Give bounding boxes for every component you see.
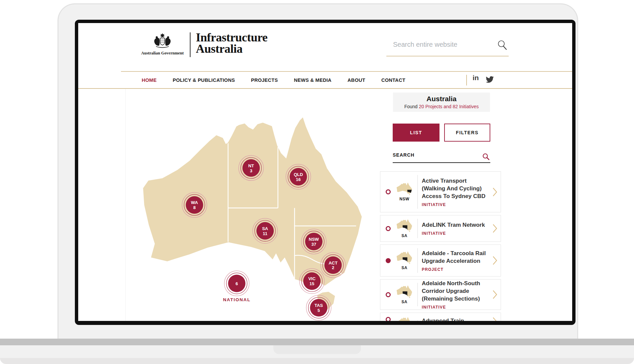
result-type-badge: INITIATIVE [422, 305, 491, 310]
search-icon[interactable] [497, 40, 507, 50]
nav-item-policy-publications[interactable]: POLICY & PUBLICATIONS [173, 77, 235, 83]
laptop-bezel: Australian Government Infrastructure Aus… [75, 20, 576, 325]
result-title: AdeLINK Tram Network [422, 221, 491, 229]
coat-of-arms-icon [151, 32, 174, 49]
card-divider [417, 175, 418, 209]
chevron-right-icon[interactable] [493, 290, 497, 299]
nav-item-news-media[interactable]: NEWS & MEDIA [294, 77, 331, 83]
result-type-badge: INITIATIVE [422, 202, 491, 207]
card-divider [417, 320, 418, 321]
map-panel: NT 3 QLD 16 [125, 89, 380, 321]
svg-text:37: 37 [311, 242, 316, 247]
laptop-mockup: Australian Government Infrastructure Aus… [0, 0, 634, 364]
chevron-right-icon[interactable] [493, 224, 497, 233]
site-search-input[interactable] [392, 40, 493, 49]
laptop-base [0, 345, 634, 358]
australia-map: NT 3 QLD 16 [140, 114, 366, 312]
mini-australia-map-icon [396, 317, 412, 321]
result-list: NSW Active Transport (Walking And Cyclin… [380, 171, 501, 321]
svg-text:QLD: QLD [294, 172, 303, 177]
sidebar-search-input[interactable] [416, 152, 476, 158]
result-card[interactable]: SA Adelaide North-South Corridor Upgrade… [380, 279, 501, 310]
laptop-screen-body: Australian Government Infrastructure Aus… [57, 3, 578, 339]
result-type-badge: INITIATIVE [422, 231, 491, 236]
status-dot [386, 258, 391, 263]
state-label: SA [401, 233, 407, 238]
social-divider [466, 75, 467, 85]
sidebar-search-label: SEARCH [393, 152, 414, 158]
svg-text:VIC: VIC [308, 276, 315, 281]
svg-text:16: 16 [296, 177, 300, 182]
result-card[interactable]: SA Adelaide - Tarcoola Rail Upgrade Acce… [380, 244, 501, 277]
map-bubble-national[interactable]: 6 NATIONAL [223, 271, 251, 302]
mini-australia-map-icon [396, 182, 412, 196]
svg-text:NT: NT [248, 163, 254, 168]
chevron-right-icon[interactable] [493, 317, 497, 321]
nav-item-home[interactable]: HOME [142, 77, 157, 83]
result-type-badge: PROJECT [422, 267, 491, 272]
result-title: Active Transport (Walking And Cycling) A… [422, 177, 491, 200]
filters-button[interactable]: FILTERS [444, 124, 490, 142]
svg-text:6: 6 [236, 281, 238, 286]
chevron-right-icon[interactable] [493, 187, 497, 197]
result-card[interactable]: NSW Active Transport (Walking And Cyclin… [380, 171, 501, 212]
twitter-icon[interactable] [485, 75, 494, 83]
linkedin-icon[interactable]: in [473, 74, 479, 82]
state-label: NSW [399, 197, 409, 201]
results-title: Australia [393, 95, 490, 103]
svg-text:SA: SA [262, 226, 268, 231]
results-sidebar: Australia Found 20 Projects and 82 Initi… [380, 89, 505, 321]
svg-text:11: 11 [263, 231, 267, 236]
svg-text:NSW: NSW [309, 237, 319, 242]
result-card[interactable]: Advanced Train Management [380, 313, 501, 321]
browser-viewport: Australian Government Infrastructure Aus… [78, 23, 572, 321]
status-dot [386, 292, 391, 297]
svg-text:15: 15 [309, 281, 314, 286]
logo-divider [190, 32, 191, 57]
status-dot [386, 317, 391, 321]
status-dot [386, 226, 391, 231]
results-header: Australia Found 20 Projects and 82 Initi… [393, 93, 490, 112]
gov-label: Australian Government [141, 51, 183, 56]
result-title: Adelaide North-South Corridor Upgrade (R… [422, 280, 491, 303]
mini-australia-map-icon [396, 285, 412, 299]
svg-text:WA: WA [191, 200, 198, 205]
svg-text:5: 5 [318, 308, 320, 313]
result-card[interactable]: SA AdeLINK Tram Network INITIATIVE [380, 215, 501, 242]
results-count-link[interactable]: 20 Projects and 82 Initiatives [419, 104, 479, 109]
nav-item-about[interactable]: ABOUT [348, 77, 365, 83]
laptop-notch [273, 345, 361, 354]
nav-item-contact[interactable]: CONTACT [381, 77, 405, 83]
chevron-right-icon[interactable] [493, 256, 497, 265]
result-title: Adelaide - Tarcoola Rail Upgrade Acceler… [422, 249, 491, 265]
mini-australia-map-icon [396, 251, 412, 265]
card-divider [417, 283, 418, 306]
mini-australia-map-icon [396, 219, 412, 233]
nav-item-projects[interactable]: PROJECTS [251, 77, 278, 83]
site-logo[interactable]: Australian Government Infrastructure Aus… [140, 32, 267, 57]
svg-text:8: 8 [193, 205, 196, 210]
svg-text:ACT: ACT [329, 260, 338, 265]
svg-text:3: 3 [250, 168, 252, 173]
svg-text:TAS: TAS [314, 303, 323, 308]
laptop-hinge [0, 339, 634, 345]
results-count: Found 20 Projects and 82 Initiatives [393, 104, 490, 109]
card-divider [417, 219, 418, 238]
card-divider [417, 248, 418, 273]
site-search [386, 36, 509, 56]
main-nav: HOME POLICY & PUBLICATIONS PROJECTS NEWS… [78, 71, 572, 89]
result-title: Advanced Train Management [422, 317, 491, 321]
list-button[interactable]: LIST [393, 124, 439, 142]
svg-text:NATIONAL: NATIONAL [223, 297, 251, 302]
state-label: SA [401, 265, 407, 270]
laptop-base-edge [0, 358, 634, 364]
sidebar-search-icon[interactable] [482, 153, 490, 160]
status-dot [386, 189, 391, 194]
sidebar-search: SEARCH [393, 151, 490, 163]
page-content: NT 3 QLD 16 [78, 89, 572, 321]
site-wordmark: Infrastructure Australia [196, 32, 267, 54]
state-label: SA [401, 300, 407, 304]
svg-text:2: 2 [332, 265, 334, 270]
